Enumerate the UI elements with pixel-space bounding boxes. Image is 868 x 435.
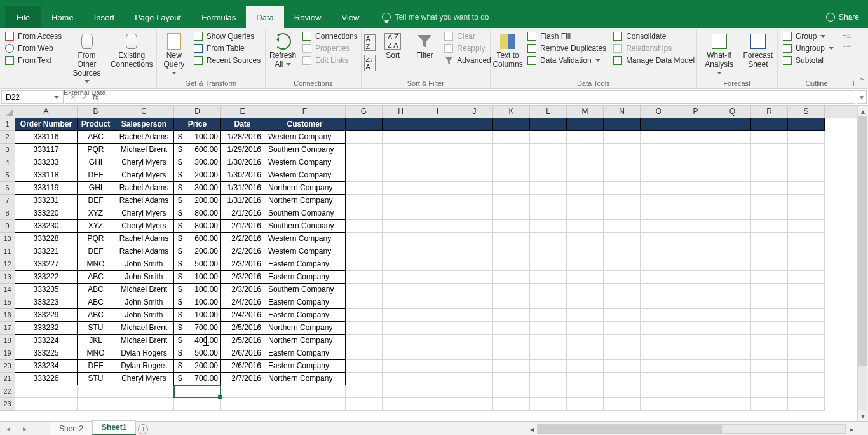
cell[interactable]: 333222	[15, 271, 78, 284]
cell[interactable]	[641, 233, 677, 245]
refresh-all-button[interactable]: Refresh All	[268, 31, 297, 71]
cell[interactable]: MNO	[78, 258, 114, 271]
cell[interactable]	[530, 169, 567, 182]
cell[interactable]	[346, 131, 383, 144]
cell[interactable]	[641, 118, 677, 131]
cell[interactable]	[788, 207, 825, 220]
cancel-icon[interactable]: ✕	[70, 93, 76, 102]
cell[interactable]	[530, 335, 567, 347]
cell[interactable]	[456, 118, 493, 131]
cell[interactable]: 333116	[15, 131, 78, 144]
cell[interactable]	[346, 309, 383, 322]
cell[interactable]	[346, 233, 383, 245]
cell[interactable]: 333227	[15, 258, 78, 271]
cell[interactable]	[751, 309, 788, 322]
cell[interactable]	[78, 385, 114, 398]
properties-button[interactable]: Properties	[300, 43, 360, 54]
cell[interactable]	[419, 347, 456, 360]
cell[interactable]	[530, 271, 567, 284]
from-other-sources-button[interactable]: From Other Sources	[66, 31, 107, 88]
cell[interactable]	[383, 373, 419, 385]
cell[interactable]	[383, 296, 419, 309]
cell[interactable]	[677, 284, 714, 296]
cell[interactable]	[456, 360, 493, 373]
from-table-button[interactable]: From Table	[191, 43, 262, 54]
cell[interactable]	[641, 131, 677, 144]
cell[interactable]	[419, 398, 456, 411]
cell[interactable]	[567, 296, 604, 309]
cell[interactable]	[419, 131, 456, 144]
cell[interactable]	[493, 271, 530, 284]
cell[interactable]	[641, 258, 677, 271]
cell[interactable]	[714, 360, 751, 373]
cell[interactable]	[419, 373, 456, 385]
cell[interactable]	[751, 385, 788, 398]
cell[interactable]: 333224	[15, 335, 78, 347]
cell[interactable]	[346, 284, 383, 296]
cell[interactable]	[493, 220, 530, 233]
row-header-14[interactable]: 14	[0, 284, 15, 296]
cell[interactable]: Southern Company	[264, 207, 346, 220]
new-sheet-button[interactable]: +	[135, 424, 151, 435]
cell[interactable]	[677, 144, 714, 156]
cell[interactable]	[788, 322, 825, 335]
cell[interactable]	[383, 195, 419, 207]
cell[interactable]: MNO	[78, 347, 114, 360]
cell[interactable]	[15, 385, 78, 398]
cell[interactable]	[114, 398, 174, 411]
cell[interactable]: Southern Company	[264, 144, 346, 156]
cell[interactable]	[530, 385, 567, 398]
edit-links-button[interactable]: Edit Links	[300, 55, 360, 66]
cell[interactable]: STU	[78, 322, 114, 335]
cell[interactable]	[383, 360, 419, 373]
cell[interactable]	[604, 144, 641, 156]
cell[interactable]	[383, 233, 419, 245]
row-header-16[interactable]: 16	[0, 309, 15, 322]
cell[interactable]	[419, 385, 456, 398]
cell[interactable]	[493, 156, 530, 169]
cell[interactable]: 2/4/2016	[221, 309, 264, 322]
cell[interactable]	[346, 182, 383, 195]
cell[interactable]	[530, 284, 567, 296]
cell[interactable]	[604, 131, 641, 144]
row-header-23[interactable]: 23	[0, 398, 15, 411]
cell[interactable]: $100.00	[174, 309, 221, 322]
cell[interactable]: $600.00	[174, 144, 221, 156]
cell[interactable]	[677, 131, 714, 144]
cell[interactable]: ABC	[78, 309, 114, 322]
cell[interactable]	[530, 195, 567, 207]
cell[interactable]: Northern Company	[264, 373, 346, 385]
cell[interactable]: $100.00	[174, 271, 221, 284]
cell[interactable]: 333226	[15, 373, 78, 385]
cell[interactable]	[751, 156, 788, 169]
cell[interactable]	[714, 309, 751, 322]
cell[interactable]: $200.00	[174, 360, 221, 373]
cell[interactable]: PQR	[78, 233, 114, 245]
cell[interactable]: John Smith	[114, 309, 174, 322]
cell[interactable]	[714, 220, 751, 233]
cell[interactable]	[714, 131, 751, 144]
cell[interactable]: 1/31/2016	[221, 182, 264, 195]
cell[interactable]	[419, 284, 456, 296]
cell[interactable]	[383, 131, 419, 144]
flash-fill-button[interactable]: Flash Fill	[525, 31, 608, 42]
cell[interactable]: Southern Company	[264, 220, 346, 233]
cell[interactable]	[530, 360, 567, 373]
cell[interactable]	[714, 195, 751, 207]
from-web-button[interactable]: From Web	[3, 43, 64, 54]
cell[interactable]	[788, 373, 825, 385]
tab-file[interactable]: File	[5, 6, 41, 28]
cell[interactable]	[677, 309, 714, 322]
cell[interactable]	[383, 258, 419, 271]
column-header-E[interactable]: E	[221, 106, 264, 118]
cell[interactable]	[530, 398, 567, 411]
cell[interactable]	[567, 182, 604, 195]
cell[interactable]	[78, 398, 114, 411]
cell[interactable]	[419, 360, 456, 373]
cell[interactable]	[456, 169, 493, 182]
cell[interactable]	[530, 309, 567, 322]
cell[interactable]	[346, 195, 383, 207]
show-queries-button[interactable]: Show Queries	[191, 31, 262, 42]
cell[interactable]	[419, 207, 456, 220]
cell[interactable]: 333233	[15, 156, 78, 169]
